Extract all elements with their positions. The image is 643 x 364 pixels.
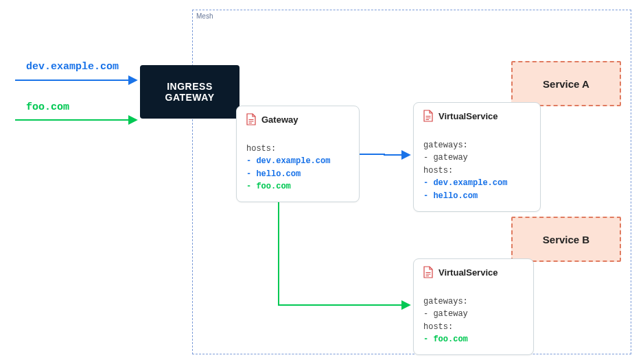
vs-a-hosts-key: hosts: (423, 166, 453, 175)
document-icon (423, 110, 433, 122)
virtualservice-b-title: VirtualService (439, 267, 498, 278)
ingress-gateway-label: INGRESS GATEWAY (165, 81, 215, 103)
virtualservice-a-card: VirtualService gateways: - gateway hosts… (413, 102, 541, 212)
virtualservice-b-card: VirtualService gateways: - gateway hosts… (413, 258, 534, 355)
mesh-label: Mesh (196, 12, 213, 20)
vs-a-gateway-item: - gateway (423, 153, 468, 162)
virtualservice-a-title: VirtualService (439, 111, 498, 121)
vs-b-hosts-key: hosts: (423, 322, 453, 332)
external-host-green: foo.com (26, 101, 69, 113)
external-host-blue: dev.example.com (26, 61, 119, 73)
gateway-hosts-key: hosts: (246, 144, 276, 154)
vs-a-host-2: - hello.com (423, 191, 478, 201)
vs-b-gateway-item: - gateway (423, 309, 468, 319)
document-icon (246, 113, 256, 125)
vs-b-host-1: - foo.com (423, 335, 468, 344)
gateway-card: Gateway hosts: - dev.example.com - hello… (236, 106, 360, 202)
gateway-host-2: - hello.com (246, 169, 301, 179)
service-b-label: Service B (543, 234, 589, 245)
gateway-host-3: - foo.com (246, 182, 291, 191)
vs-a-gateways-key: gateways: (423, 141, 468, 150)
vs-a-host-1: - dev.example.com (423, 178, 507, 188)
service-a-label: Service A (543, 78, 589, 90)
service-b: Service B (511, 217, 621, 262)
gateway-host-1: - dev.example.com (246, 156, 330, 166)
vs-b-gateways-key: gateways: (423, 297, 468, 306)
document-icon (423, 266, 433, 278)
gateway-title: Gateway (261, 114, 298, 125)
service-a: Service A (511, 61, 621, 106)
ingress-gateway: INGRESS GATEWAY (140, 65, 239, 119)
